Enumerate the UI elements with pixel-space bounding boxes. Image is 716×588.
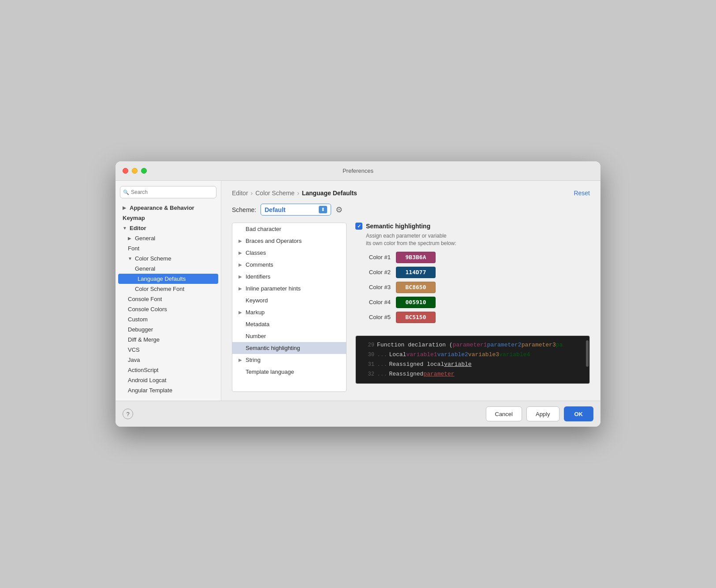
list-item-string[interactable]: ▶String <box>232 354 346 366</box>
list-item-label: Comments <box>246 261 273 268</box>
list-item-label: Inline parameter hints <box>246 285 301 292</box>
semantic-highlighting-checkbox[interactable] <box>355 223 362 230</box>
scheme-row: Scheme: Default ⬍ ⚙ <box>232 204 590 216</box>
crumb-colorscheme: Color Scheme <box>255 190 295 197</box>
list-arrow-icon: ▶ <box>239 357 244 362</box>
color-swatch-3[interactable]: BC8650 <box>396 282 436 293</box>
list-item-metadata[interactable]: Metadata <box>232 318 346 330</box>
sidebar-item-label: Editor <box>130 225 146 231</box>
sidebar-item-console-font[interactable]: Console Font <box>116 294 221 304</box>
color-row-1: Color #19B3B6A <box>355 252 590 263</box>
sidebar-item-vcs[interactable]: VCS <box>116 345 221 355</box>
list-item-identifiers[interactable]: ▶Identifiers <box>232 271 346 283</box>
scheme-dropdown[interactable]: Default ⬍ <box>261 204 331 216</box>
breadcrumb: Editor › Color Scheme › Language Default… <box>232 190 590 197</box>
list-item-keyword[interactable]: Keyword <box>232 294 346 306</box>
color-swatch-2[interactable]: 114D77 <box>396 267 436 278</box>
list-item-comments[interactable]: ▶Comments <box>232 259 346 271</box>
right-panel: Semantic highlighting Assign each parame… <box>355 223 590 392</box>
color-swatch-4[interactable]: 005910 <box>396 297 436 308</box>
sidebar-item-label: Console Colors <box>128 306 167 313</box>
list-item-inline-hints[interactable]: ▶Inline parameter hints <box>232 283 346 294</box>
list-item-label: String <box>246 357 261 363</box>
list-item-label: Keyword <box>246 297 268 304</box>
sidebar-item-appearance[interactable]: ▶Appearance & Behavior <box>116 203 221 213</box>
list-item-braces-ops[interactable]: ▶Braces and Operators <box>232 235 346 247</box>
minimize-button[interactable] <box>132 168 138 174</box>
apply-button[interactable]: Apply <box>526 406 559 421</box>
left-list: Bad character▶Braces and Operators▶Class… <box>232 223 347 392</box>
list-item-markup[interactable]: ▶Markup <box>232 306 346 318</box>
sidebar-item-keymap[interactable]: Keymap <box>116 213 221 223</box>
semantic-title: Semantic highlighting <box>366 223 430 230</box>
preview-line-30: 30 ... Local variable1 variable2 variabl… <box>362 350 583 360</box>
window-controls <box>123 168 147 174</box>
sidebar-item-label: Android Logcat <box>128 377 166 383</box>
color-swatch-5[interactable]: BC5150 <box>396 312 436 323</box>
list-item-classes[interactable]: ▶Classes <box>232 247 346 259</box>
semantic-section: Semantic highlighting Assign each parame… <box>355 223 590 327</box>
search-icon: 🔍 <box>123 190 129 195</box>
gear-icon[interactable]: ⚙ <box>336 205 343 215</box>
preferences-window: Preferences 🔍 ▶Appearance & BehaviorKeym… <box>116 161 600 427</box>
sidebar-item-debugger[interactable]: Debugger <box>116 324 221 335</box>
help-button[interactable]: ? <box>123 409 133 419</box>
sidebar-item-label: ActionScript <box>128 367 158 373</box>
color-label-2: Color #2 <box>355 269 391 275</box>
list-item-template-lang[interactable]: Template language <box>232 366 346 378</box>
color-label-1: Color #1 <box>355 254 391 261</box>
list-arrow-icon: ▶ <box>239 274 244 279</box>
arrow-icon: ▶ <box>123 205 128 210</box>
sidebar-item-label: Diff & Merge <box>128 336 160 343</box>
sidebar-item-actionscript[interactable]: ActionScript <box>116 365 221 375</box>
color-row-5: Color #5BC5150 <box>355 312 590 323</box>
list-item-semantic-hl[interactable]: Semantic highlighting <box>232 342 346 354</box>
sidebar-item-label: Debugger <box>128 326 153 333</box>
sidebar-item-custom[interactable]: Custom <box>116 314 221 324</box>
list-item-number[interactable]: Number <box>232 330 346 342</box>
sidebar-item-cs-font[interactable]: Color Scheme Font <box>116 284 221 294</box>
sidebar-item-java[interactable]: Java <box>116 355 221 365</box>
arrow-icon: ▼ <box>123 226 128 231</box>
titlebar: Preferences <box>116 161 600 181</box>
search-input[interactable] <box>120 186 216 198</box>
crumb-langdefaults: Language Defaults <box>302 190 357 197</box>
scrollbar[interactable] <box>586 340 589 367</box>
sidebar-item-angular-template[interactable]: Angular Template <box>116 385 221 395</box>
sidebar-item-general[interactable]: ▶General <box>116 233 221 243</box>
list-item-bad-char[interactable]: Bad character <box>232 223 346 235</box>
sidebar-item-label: General <box>135 235 155 242</box>
list-item-label: Bad character <box>246 226 281 232</box>
sidebar-item-label: Java <box>128 357 140 363</box>
sidebar-item-console-colors[interactable]: Console Colors <box>116 304 221 314</box>
sidebar-item-label: Language Defaults <box>138 275 186 282</box>
ok-button[interactable]: OK <box>564 406 594 421</box>
sidebar-item-android-logcat[interactable]: Android Logcat <box>116 375 221 385</box>
crumb-editor: Editor <box>232 190 248 197</box>
color-row-2: Color #2114D77 <box>355 267 590 278</box>
scheme-value: Default <box>265 206 316 213</box>
window-title: Preferences <box>343 167 373 174</box>
maximize-button[interactable] <box>141 168 147 174</box>
semantic-description: Assign each parameter or variableits own… <box>366 232 590 247</box>
sidebar-item-diffmerge[interactable]: Diff & Merge <box>116 335 221 345</box>
sidebar-item-cs-langdefaults[interactable]: Language Defaults <box>118 274 218 284</box>
sidebar-item-label: Console Font <box>128 296 162 302</box>
semantic-header: Semantic highlighting <box>355 223 590 230</box>
sidebar-item-label: VCS <box>128 346 140 353</box>
color-label-5: Color #5 <box>355 314 391 320</box>
sidebar: 🔍 ▶Appearance & BehaviorKeymap▼Editor▶Ge… <box>116 181 221 401</box>
cancel-button[interactable]: Cancel <box>486 406 522 421</box>
close-button[interactable] <box>123 168 128 174</box>
sidebar-item-font[interactable]: Font <box>116 243 221 253</box>
sidebar-item-editor[interactable]: ▼Editor <box>116 223 221 233</box>
color-label-4: Color #4 <box>355 299 391 305</box>
color-label-3: Color #3 <box>355 284 391 290</box>
reset-button[interactable]: Reset <box>574 190 590 197</box>
arrow-icon: ▼ <box>128 256 133 261</box>
sidebar-item-label: Custom <box>128 316 148 323</box>
sidebar-item-cs-general[interactable]: General <box>116 264 221 274</box>
color-swatch-1[interactable]: 9B3B6A <box>396 252 436 263</box>
sidebar-item-colorscheme[interactable]: ▼Color Scheme <box>116 253 221 264</box>
bottom-bar: ? Cancel Apply OK <box>116 401 600 427</box>
